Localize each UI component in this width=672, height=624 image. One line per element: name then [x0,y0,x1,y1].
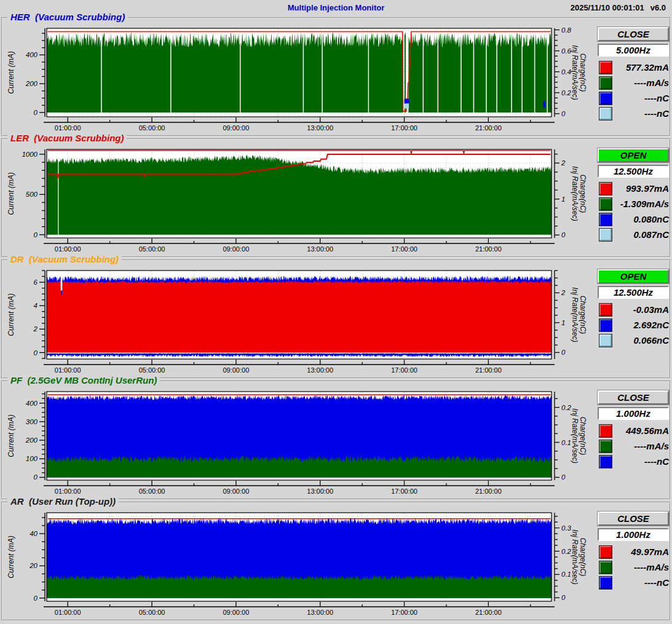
right-tick-label: 0.1 [561,571,571,578]
right-axis-label-line1: Charge(nC) [579,296,587,334]
x-tick-label: 13:00:00 [307,124,333,132]
ar-shutter-button[interactable]: CLOSE [598,511,669,526]
legend-swatch-charge-primary[interactable] [599,318,612,332]
right-tick-label: 0 [561,349,566,356]
panel-title-DR: DR (Vacuum Scrubbing) [7,254,122,264]
ler-shutter-button[interactable]: OPEN [598,148,669,162]
chart-DR: 024601201:00:0005:00:0009:00:0013:00:001… [2,268,598,375]
panel-PF: PF (2.5GeV MB ContInj UserRun)0100200300… [1,381,671,500]
panel-title-HER: HER (Vacuum Scrubbing) [7,12,128,22]
right-tick-label: 2 [561,289,566,296]
side-panel-LER: OPEN12.500Hz993.97mA-1.309mA/s0.080nC0.0… [598,148,669,242]
dr-notch-white [61,275,63,291]
legend-swatch-charge-primary[interactable] [599,576,612,590]
her-charge-mark-blue-2 [543,101,545,108]
legend-row: 993.97mA [598,181,669,196]
legend-row: 0.080nC [598,211,669,227]
x-tick-label: 05:00:00 [139,124,165,132]
panel-HER: HER (Vacuum Scrubbing)020040000.20.40.60… [1,17,671,136]
right-axis-label-line1: Charge(nC) [579,538,587,577]
legend-row: ----mA/s [598,559,669,575]
legend-swatch-charge-primary[interactable] [599,92,612,105]
dr-current-area [47,280,551,352]
right-axis-label-line2: Inj Rate(mA/sec) [571,45,579,100]
right-tick-label: 0.2 [561,548,572,555]
legend-swatch-beam-current[interactable] [599,61,612,74]
legend-value-injection-rate: ----mA/s [612,77,669,88]
legend-row: 449.56mA [598,423,669,438]
left-tick-label: 400 [26,400,38,407]
x-tick-label: 17:00:00 [391,366,417,374]
legend-HER: 577.32mA----mA/s----nC----nC [598,60,669,121]
dr-shutter-button[interactable]: OPEN [598,269,669,283]
legend-value-beam-current: 49.97mA [612,547,669,557]
left-tick-label: 500 [26,191,38,198]
left-tick-label: 200 [25,80,38,87]
pf-rate-display: 1.000Hz [598,407,669,420]
legend-row: -1.309mA/s [598,196,669,211]
x-tick-label: 09:00:00 [223,245,249,253]
right-axis-label-line2: Inj Rate(mA/sec) [571,287,579,342]
left-axis-label: Current (mA) [7,172,15,215]
legend-row: -0.03mA [598,302,669,317]
left-tick-label: 40 [30,530,38,537]
x-tick-label: 21:00:00 [475,366,502,374]
legend-row: 49.97mA [598,544,669,559]
x-tick-label: 13:00:00 [307,488,333,495]
left-tick-label: 0 [34,349,38,357]
legend-value-injection-rate: ----mA/s [612,562,669,572]
x-tick-label: 05:00:00 [139,609,165,616]
x-tick-label: 09:00:00 [223,366,249,374]
legend-swatch-beam-current[interactable] [599,182,612,195]
chart-AR: 0204000.10.20.301:00:0005:00:0009:00:001… [2,510,598,617]
legend-value-injection-rate: ----mA/s [612,441,669,451]
dr-rate-display: 12.500Hz [598,286,669,299]
x-tick-label: 17:00:00 [391,488,417,495]
legend-swatch-charge-secondary[interactable] [599,107,612,120]
legend-swatch-injection-rate[interactable] [599,440,612,453]
legend-swatch-beam-current[interactable] [599,545,612,559]
legend-swatch-beam-current[interactable] [599,424,612,438]
her-rate-display: 5.000Hz [598,44,669,57]
left-tick-label: 100 [26,455,38,462]
pf-shutter-button[interactable]: CLOSE [598,390,669,405]
left-tick-label: 6 [34,278,38,286]
her-current-area [47,33,403,113]
legend-value-charge-primary: 0.080nC [612,214,669,224]
right-tick-label: 0.2 [561,89,572,97]
x-tick-label: 01:00:00 [55,124,81,132]
x-tick-label: 21:00:00 [475,245,502,253]
legend-AR: 49.97mA----mA/s----nC [598,544,669,590]
left-tick-label: 0 [34,594,38,602]
legend-swatch-charge-primary[interactable] [599,455,612,468]
right-tick-label: 2 [561,159,566,167]
legend-swatch-injection-rate[interactable] [599,76,612,90]
legend-swatch-injection-rate[interactable] [599,561,612,574]
her-shutter-button[interactable]: CLOSE [598,27,669,41]
panels-container: HER (Vacuum Scrubbing)020040000.20.40.60… [0,17,672,623]
legend-value-charge-secondary: 0.087nC [612,229,669,240]
x-tick-label: 05:00:00 [139,366,165,374]
left-tick-label: 20 [29,562,38,569]
x-tick-label: 17:00:00 [391,124,417,132]
side-panel-HER: CLOSE5.000Hz577.32mA----mA/s----nC----nC [598,27,669,121]
left-tick-label: 1000 [22,151,38,158]
right-tick-label: 1 [561,319,565,326]
legend-value-injection-rate: -1.309mA/s [612,199,669,209]
side-panel-AR: CLOSE1.000Hz49.97mA----mA/s----nC [598,511,669,590]
right-axis-label-line2: Inj Rate(mA/sec) [571,408,579,463]
legend-swatch-charge-secondary[interactable] [599,228,612,242]
legend-swatch-charge-primary[interactable] [599,213,612,226]
x-tick-label: 01:00:00 [55,245,81,253]
x-tick-label: 13:00:00 [307,609,333,616]
legend-swatch-injection-rate[interactable] [599,197,612,211]
panel-LER: LER (Vacuum Scrubbing)0500100001201:00:0… [1,138,671,258]
legend-swatch-charge-secondary[interactable] [599,334,612,347]
header-right: 2025/11/10 00:01:01v6.0 [564,3,666,12]
legend-swatch-beam-current[interactable] [599,303,612,317]
panel-title-AR: AR (User Run (Top-up)) [7,496,119,507]
legend-row: ----mA/s [598,438,669,454]
ar-rate-display: 1.000Hz [598,528,669,541]
right-axis-label-line2: Inj Rate(mA/sec) [571,166,579,221]
left-tick-label: 0 [34,231,38,239]
